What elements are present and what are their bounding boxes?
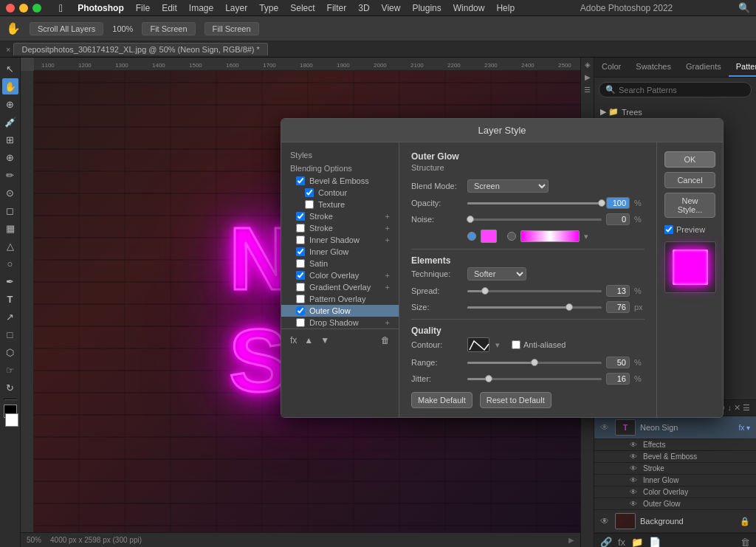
menu-photoshop[interactable]: Photoshop	[78, 3, 124, 13]
tab-close-icon[interactable]: ×	[6, 45, 10, 54]
effect-eye-stroke[interactable]: 👁	[630, 464, 639, 472]
menu-window[interactable]: Window	[453, 3, 485, 13]
eyedropper-tool[interactable]: 💉	[2, 114, 18, 130]
technique-select[interactable]: Softer Precise	[467, 267, 526, 281]
jitter-slider[interactable]	[467, 378, 602, 380]
zoom-tool[interactable]: ⊕	[2, 96, 18, 112]
layer-eye-icon[interactable]: 👁	[600, 422, 611, 433]
link-layers-button[interactable]: 🔗	[600, 537, 612, 547]
add-color-overlay-btn[interactable]: +	[385, 271, 390, 280]
style-color-overlay[interactable]: Color Overlay +	[281, 269, 399, 281]
search-patterns-input[interactable]	[619, 86, 745, 94]
search-icon[interactable]: 🔍	[738, 2, 750, 13]
add-gradient-overlay-btn[interactable]: +	[385, 283, 390, 292]
add-inner-shadow-btn[interactable]: +	[385, 235, 390, 244]
checkbox-stroke2[interactable]	[296, 224, 305, 233]
menu-3d[interactable]: 3D	[358, 3, 369, 13]
new-layer-button[interactable]: 📄	[649, 537, 661, 547]
blend-mode-select[interactable]: Screen Normal Multiply	[467, 179, 549, 193]
style-bevel-emboss[interactable]: Bevel & Emboss	[281, 175, 399, 187]
type-tool[interactable]: T	[2, 291, 18, 307]
ok-button[interactable]: OK	[664, 151, 715, 168]
styles-header[interactable]: Styles	[281, 148, 399, 162]
style-outer-glow[interactable]: Outer Glow	[281, 305, 399, 317]
layer-eye-bg[interactable]: 👁	[600, 516, 611, 526]
hand-tool[interactable]: ✋	[2, 78, 18, 94]
style-gradient-overlay[interactable]: Gradient Overlay +	[281, 281, 399, 293]
tab-gradients[interactable]: Gradients	[678, 58, 729, 77]
menu-edit[interactable]: Edit	[162, 3, 177, 13]
delete-style-icon[interactable]: 🗑	[381, 335, 390, 345]
healing-tool[interactable]: ⊕	[2, 149, 18, 165]
add-fx-button[interactable]: fx	[618, 537, 625, 547]
style-contour[interactable]: Contour	[281, 187, 399, 199]
checkbox-stroke1[interactable]	[296, 212, 305, 221]
new-style-button[interactable]: New Style...	[664, 193, 715, 218]
move-down-icon[interactable]: ▼	[320, 335, 329, 345]
jitter-value[interactable]: 16	[606, 373, 630, 385]
style-stroke-1[interactable]: Stroke +	[281, 210, 399, 222]
checkbox-contour[interactable]	[305, 188, 314, 197]
anti-aliased-checkbox[interactable]	[512, 340, 520, 349]
rotate-view-tool[interactable]: ↻	[2, 379, 18, 396]
noise-slider[interactable]	[467, 219, 602, 221]
menu-layer[interactable]: Layer	[225, 3, 247, 13]
maximize-button[interactable]	[32, 4, 41, 13]
blur-tool[interactable]: △	[2, 238, 18, 254]
fill-screen-button[interactable]: Fill Screen	[205, 22, 259, 35]
fit-screen-button[interactable]: Fit Screen	[142, 22, 195, 35]
gradient-preview[interactable]	[520, 230, 580, 242]
clone-tool[interactable]: ⊙	[2, 185, 18, 201]
add-stroke1-btn[interactable]: +	[385, 212, 390, 221]
checkbox-gradient-overlay[interactable]	[296, 283, 305, 292]
brush-tool[interactable]: ✏	[2, 167, 18, 183]
checkbox-bevel[interactable]	[296, 176, 305, 185]
noise-value[interactable]: 0	[606, 213, 630, 225]
radio-gradient[interactable]	[507, 232, 516, 241]
checkbox-outer-glow[interactable]	[296, 306, 305, 315]
fx-add-icon[interactable]: fx	[290, 335, 297, 345]
checkbox-color-overlay[interactable]	[296, 271, 305, 280]
effect-eye-outer-glow[interactable]: 👁	[630, 500, 639, 508]
range-slider[interactable]	[467, 362, 602, 364]
pen-tool[interactable]: ✒	[2, 273, 18, 289]
opacity-value[interactable]: 100	[606, 197, 630, 209]
hand-tool-2[interactable]: ☞	[2, 362, 18, 378]
effect-eye-inner-glow[interactable]: 👁	[630, 476, 639, 484]
size-value[interactable]: 76	[606, 301, 630, 313]
blending-options-header[interactable]: Blending Options	[281, 162, 399, 175]
menu-view[interactable]: View	[382, 3, 401, 13]
style-satin[interactable]: Satin	[281, 258, 399, 269]
3d-tool[interactable]: ⬡	[2, 344, 18, 360]
panel-mini-icon1[interactable]: ◈	[585, 61, 591, 69]
effect-eye-color-overlay[interactable]: 👁	[630, 488, 639, 496]
menu-select[interactable]: Select	[290, 3, 315, 13]
style-pattern-overlay[interactable]: Pattern Overlay	[281, 293, 399, 305]
glow-color-swatch[interactable]	[481, 230, 497, 243]
checkbox-inner-shadow[interactable]	[296, 235, 305, 244]
checkbox-texture[interactable]	[305, 200, 314, 209]
menu-file[interactable]: File	[136, 3, 150, 13]
radio-color[interactable]	[467, 232, 476, 241]
effect-eye-icon[interactable]: 👁	[630, 441, 639, 449]
checkbox-pattern-overlay[interactable]	[296, 295, 305, 303]
move-tool[interactable]: ↖	[2, 61, 18, 77]
reset-to-default-button[interactable]: Reset to Default	[480, 392, 551, 408]
menu-filter[interactable]: Filter	[327, 3, 347, 13]
contour-preview[interactable]	[467, 337, 489, 352]
gradient-tool[interactable]: ▦	[2, 220, 18, 236]
add-stroke2-btn[interactable]: +	[385, 224, 390, 233]
panel-mini-icon2[interactable]: ▶	[585, 73, 591, 81]
style-inner-shadow[interactable]: Inner Shadow +	[281, 234, 399, 246]
style-drop-shadow[interactable]: Drop Shadow +	[281, 317, 399, 328]
path-selection-tool[interactable]: ↗	[2, 309, 18, 325]
document-tab[interactable]: Depositphotos_306174192_XL.jpg @ 50% (Ne…	[13, 43, 267, 55]
checkbox-satin[interactable]	[296, 259, 305, 268]
layer-background[interactable]: 👁 Background 🔒	[594, 510, 756, 533]
opacity-slider[interactable]	[467, 202, 602, 204]
scroll-all-button[interactable]: Scroll All Layers	[30, 22, 103, 35]
spread-slider[interactable]	[467, 290, 602, 292]
gradient-arrow[interactable]: ▾	[584, 232, 588, 241]
make-default-button[interactable]: Make Default	[411, 392, 472, 408]
new-group-button[interactable]: 📁	[631, 537, 643, 547]
